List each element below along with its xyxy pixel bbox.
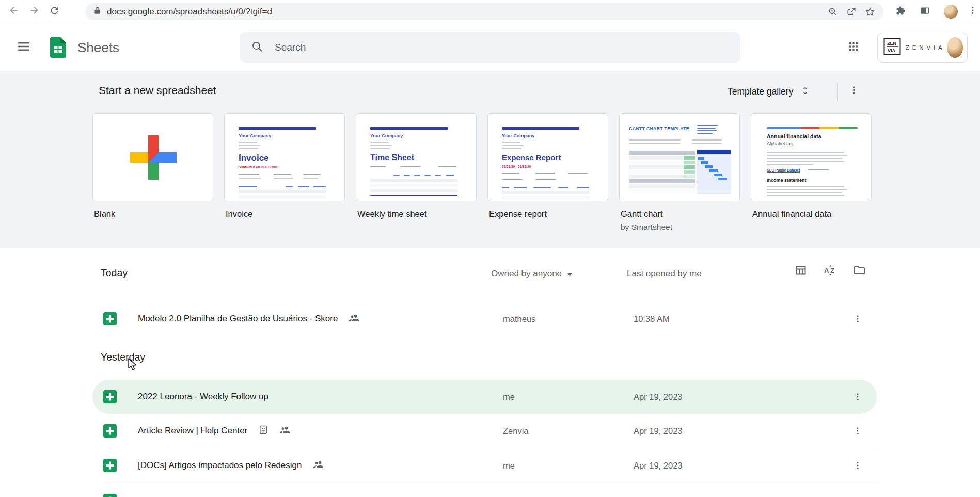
blank-template-thumbnail[interactable] <box>92 113 213 201</box>
thumb-heading: Time Sheet <box>370 153 414 162</box>
thumb-subheading: Alphabet Inc. <box>767 141 794 146</box>
row-divider <box>103 483 877 483</box>
file-owner: me <box>503 448 515 483</box>
grid-view-button[interactable] <box>789 260 812 283</box>
file-row[interactable]: [DOCs] Artigos impactados pelo Redesign … <box>92 448 877 483</box>
expense-report-template-thumbnail[interactable]: Your Company Expense Report 01/01/20 - 0… <box>487 113 608 201</box>
file-owner: matheus <box>503 302 535 336</box>
svg-text:ZEN: ZEN <box>887 41 896 46</box>
svg-text:A: A <box>824 267 829 274</box>
address-bar[interactable]: docs.google.com/spreadsheets/u/0/?tgif=d <box>85 3 883 20</box>
back-icon <box>8 5 20 18</box>
template-gallery-label: Template gallery <box>728 86 793 97</box>
shared-people-icon <box>279 425 290 438</box>
thumb-subheading: Submitted on 01/01/2000 <box>239 165 278 169</box>
header-divider <box>837 83 838 101</box>
last-opened-column-header[interactable]: Last opened by me <box>627 269 702 279</box>
template-card-weekly-time-sheet[interactable]: Your Company Time Sheet <box>356 113 477 232</box>
file-row[interactable]: Modelo 2.0 Planilha de Gestão de Usuário… <box>92 302 877 336</box>
thumb-section-title: Income statement <box>767 178 807 183</box>
template-sublabel: by Smartsheet <box>621 223 740 232</box>
sort-az-icon: A Z <box>824 263 837 279</box>
templates-menu-button[interactable] <box>847 84 861 98</box>
template-card-blank[interactable]: Blank <box>92 113 213 232</box>
apps-grid-icon <box>848 41 859 54</box>
file-row-selected[interactable]: 2022 Leonora - Weekly Follow up me Apr 1… <box>92 380 877 414</box>
more-options-button[interactable] <box>847 490 868 497</box>
invoice-template-thumbnail[interactable]: Your Company Invoice Submitted on 01/01/… <box>224 113 345 201</box>
templates-section: Start a new spreadsheet Template gallery <box>0 71 980 248</box>
app-title[interactable]: Sheets <box>77 24 119 71</box>
plus-red-segment <box>148 135 159 152</box>
connected-app-icon <box>258 425 268 437</box>
sheets-file-icon <box>103 390 117 406</box>
forward-button[interactable] <box>24 1 44 22</box>
account-avatar[interactable] <box>947 37 963 58</box>
share-button[interactable] <box>842 4 861 20</box>
plus-center-segment <box>148 152 159 163</box>
hamburger-icon <box>18 42 29 53</box>
svg-text:VIA: VIA <box>888 48 896 53</box>
more-options-button[interactable] <box>847 386 868 407</box>
main-menu-button[interactable] <box>11 35 36 60</box>
more-options-button[interactable] <box>847 308 868 329</box>
thumb-heading: Expense Report <box>502 153 561 162</box>
yesterday-section-label: Yesterday <box>101 351 145 363</box>
back-button[interactable] <box>4 1 24 22</box>
owner-filter-dropdown[interactable]: Owned by anyone <box>491 269 573 279</box>
plus-yellow-segment <box>130 152 148 163</box>
search-input[interactable] <box>274 41 730 54</box>
thumb-company: Your Company <box>370 133 403 138</box>
zoom-out-button[interactable] <box>824 4 842 20</box>
sheets-file-icon <box>103 459 117 474</box>
sheets-home-page: docs.google.com/spreadsheets/u/0/?tgif=d <box>0 0 980 497</box>
file-date: Apr 19, 2023 <box>634 484 683 497</box>
extensions-button[interactable] <box>890 1 910 22</box>
template-card-gantt-chart[interactable]: GANTT CHART TEMPLATE <box>619 113 740 232</box>
kebab-icon <box>849 85 859 97</box>
app-header: Sheets ZEN VIA <box>0 24 980 71</box>
browser-profile-avatar[interactable] <box>944 5 958 19</box>
file-title: 2022 Leonora - Weekly Follow up <box>138 392 268 402</box>
annual-financial-template-thumbnail[interactable]: Annual financial data Alphabet Inc. SEC … <box>751 113 872 201</box>
search-icon <box>251 40 263 55</box>
side-panel-button[interactable] <box>914 1 935 22</box>
open-file-picker-button[interactable] <box>848 260 871 283</box>
browser-menu-button[interactable] <box>962 1 980 22</box>
search-bar[interactable] <box>240 32 740 63</box>
time-sheet-template-thumbnail[interactable]: Your Company Time Sheet <box>356 113 477 201</box>
template-label: Blank <box>94 209 213 219</box>
more-options-button[interactable] <box>847 455 868 476</box>
browser-toolbar: docs.google.com/spreadsheets/u/0/?tgif=d <box>0 0 980 23</box>
file-date: Apr 19, 2023 <box>634 414 683 448</box>
account-name: Z·E·N·V·I·A <box>906 44 943 51</box>
file-row[interactable]: [Attention] Artigos impactados pelo novo… <box>92 484 877 497</box>
more-options-button[interactable] <box>847 421 868 441</box>
file-date: 10:38 AM <box>634 302 670 336</box>
svg-text:Z: Z <box>830 267 834 274</box>
today-section-label: Today <box>101 267 128 279</box>
thumb-heading: GANTT CHART TEMPLATE <box>629 126 689 131</box>
file-title: Modelo 2.0 Planilha de Gestão de Usuário… <box>138 314 338 324</box>
template-label: Annual financial data <box>752 209 872 219</box>
bookmark-star-button[interactable] <box>861 4 879 20</box>
template-label: Weekly time sheet <box>357 209 477 219</box>
template-card-expense-report[interactable]: Your Company Expense Report 01/01/20 - 0… <box>487 113 608 232</box>
template-card-annual-financial-data[interactable]: Annual financial data Alphabet Inc. SEC … <box>751 113 872 232</box>
reload-button[interactable] <box>44 1 65 22</box>
template-card-invoice[interactable]: Your Company Invoice Submitted on 01/01/… <box>224 113 345 232</box>
sheets-logo-icon[interactable] <box>50 37 66 60</box>
side-panel-icon <box>920 5 930 18</box>
file-title: [DOCs] Artigos impactados pelo Redesign <box>138 460 302 471</box>
file-date: Apr 19, 2023 <box>634 448 683 483</box>
plus-green-segment <box>148 163 159 180</box>
sort-az-button[interactable]: A Z <box>819 260 842 283</box>
file-owner: me <box>503 380 515 414</box>
google-apps-button[interactable] <box>842 36 865 59</box>
gantt-chart-template-thumbnail[interactable]: GANTT CHART TEMPLATE <box>619 113 740 201</box>
account-chip[interactable]: ZEN VIA Z·E·N·V·I·A <box>877 33 968 63</box>
plus-blue-segment <box>159 152 177 163</box>
template-gallery-button[interactable]: Template gallery <box>728 86 810 98</box>
template-label: Expense report <box>489 209 608 219</box>
file-row[interactable]: Article Review | Help Center Zenvia Apr … <box>92 414 877 448</box>
